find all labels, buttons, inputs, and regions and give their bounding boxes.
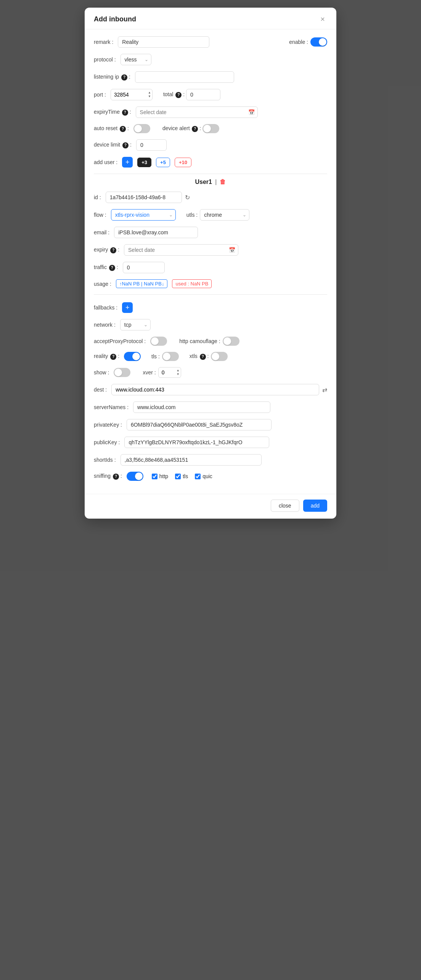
flow-select-wrap: xtls-rprx-vision none — [111, 209, 176, 221]
sniff-http-checkbox-wrap[interactable]: http — [152, 473, 168, 479]
auto-reset-toggle[interactable] — [133, 124, 150, 133]
listening-ip-input[interactable] — [135, 71, 234, 83]
traffic-row: traffic ? : — [94, 262, 327, 273]
port-up-btn[interactable]: ▲ — [147, 91, 152, 95]
sniffing-toggle[interactable] — [127, 472, 143, 481]
network-select-wrap: tcp ws grpc — [120, 319, 151, 330]
device-alert-help-icon[interactable]: ? — [192, 126, 198, 132]
user-header: User1 | 🗑 — [94, 179, 327, 185]
usage-badge-traffic: ↑NaN PB | NaN PB↓ — [116, 279, 168, 288]
show-toggle[interactable] — [114, 368, 130, 377]
sniff-tls-checkbox-wrap[interactable]: tls — [175, 473, 188, 479]
flow-utls-row: flow : xtls-rprx-vision none utls : chro… — [94, 209, 327, 221]
device-limit-help-icon[interactable]: ? — [122, 142, 129, 148]
email-label: email : — [94, 229, 109, 235]
add-user-5-button[interactable]: +5 — [156, 158, 170, 167]
expiry-time-help-icon[interactable]: ? — [122, 110, 128, 116]
delete-user-icon[interactable]: 🗑 — [220, 179, 226, 185]
xtls-help-icon[interactable]: ? — [200, 354, 206, 360]
id-input-row: ↻ — [106, 192, 190, 203]
short-ids-input[interactable] — [121, 454, 262, 466]
add-user-10-button[interactable]: +10 — [175, 158, 191, 167]
accept-proxy-toggle[interactable] — [150, 337, 167, 346]
expiry-time-row: expiryTime ? : 📅 — [94, 106, 327, 118]
port-spinner[interactable]: ▲ ▼ — [147, 91, 152, 98]
remark-label: remark : — [94, 39, 113, 45]
add-button[interactable]: add — [303, 500, 327, 512]
port-input-wrap: ▲ ▼ — [111, 89, 153, 100]
server-names-input[interactable] — [133, 401, 270, 413]
fallbacks-add-button[interactable]: + — [122, 302, 133, 313]
http-camouflage-toggle[interactable] — [223, 337, 239, 346]
public-key-input[interactable] — [124, 437, 269, 448]
xtls-toggle[interactable] — [211, 352, 228, 361]
show-label: show : — [94, 369, 109, 376]
id-input[interactable] — [106, 192, 182, 203]
close-icon-button[interactable]: × — [318, 15, 327, 24]
auto-reset-label: auto reset ? : — [94, 125, 129, 132]
sniff-http-checkbox[interactable] — [152, 474, 157, 479]
email-input[interactable] — [114, 227, 198, 238]
traffic-input[interactable] — [123, 262, 165, 273]
http-camouflage-label: http camouflage : — [179, 338, 220, 344]
add-user-3-button[interactable]: +3 — [137, 158, 151, 167]
sniff-tls-checkbox[interactable] — [175, 474, 181, 479]
user-expiry-help-icon[interactable]: ? — [110, 247, 116, 253]
flow-select[interactable]: xtls-rprx-vision none — [111, 209, 176, 221]
xver-label: xver : — [143, 369, 156, 376]
user-expiry-input[interactable] — [124, 244, 238, 256]
device-limit-input[interactable] — [136, 139, 167, 151]
sniff-quic-checkbox-wrap[interactable]: quic — [195, 473, 212, 479]
fallbacks-row: fallbacks : + — [94, 302, 327, 313]
dest-row: dest : ⇄ — [94, 384, 327, 395]
public-key-row: publicKey : — [94, 437, 327, 448]
protocol-select[interactable]: vless vmess trojan — [121, 54, 151, 65]
port-down-btn[interactable]: ▼ — [147, 95, 152, 98]
expiry-time-input-wrap: 📅 — [136, 106, 258, 118]
auto-reset-help-icon[interactable]: ? — [120, 126, 126, 132]
remark-input[interactable] — [118, 36, 209, 48]
tls-label: tls : — [151, 353, 160, 359]
usage-row: usage : ↑NaN PB | NaN PB↓ used : NaN PB — [94, 279, 327, 288]
reality-toggle[interactable] — [124, 352, 141, 361]
sniff-quic-checkbox[interactable] — [195, 474, 201, 479]
traffic-help-icon[interactable]: ? — [109, 265, 115, 271]
refresh-id-icon[interactable]: ↻ — [185, 194, 190, 201]
sniffing-help-icon[interactable]: ? — [113, 474, 119, 480]
modal-header: Add inbound × — [85, 8, 336, 29]
enable-toggle[interactable] — [310, 37, 327, 47]
xver-down-btn[interactable]: ▼ — [176, 372, 180, 376]
usage-badge-used: used : NaN PB — [172, 279, 212, 288]
swap-icon[interactable]: ⇄ — [322, 386, 327, 393]
port-input[interactable] — [111, 89, 153, 100]
listening-ip-help-icon[interactable]: ? — [121, 74, 127, 81]
total-help-icon[interactable]: ? — [175, 92, 182, 98]
total-input[interactable] — [186, 89, 220, 100]
device-alert-toggle[interactable] — [202, 124, 219, 133]
section-divider-2 — [94, 294, 327, 295]
xver-spinner[interactable]: ▲ ▼ — [176, 369, 180, 376]
utls-select[interactable]: chrome firefox safari — [200, 209, 249, 221]
modal-title: Add inbound — [94, 15, 136, 23]
id-row: id : ↻ — [94, 192, 327, 203]
sniff-tls-label: tls — [183, 473, 188, 479]
network-select[interactable]: tcp ws grpc — [120, 319, 151, 330]
reality-help-icon[interactable]: ? — [110, 354, 116, 360]
device-limit-label: device limit ? : — [94, 142, 132, 148]
private-key-input[interactable] — [127, 419, 272, 430]
listening-ip-label: listening ip ? : — [94, 74, 130, 81]
xver-up-btn[interactable]: ▲ — [176, 369, 180, 372]
reality-tls-xtls-row: reality ? : tls : xtls — [94, 352, 327, 361]
add-user-plus-button[interactable]: + — [122, 157, 133, 168]
id-label: id : — [94, 194, 101, 200]
network-row: network : tcp ws grpc — [94, 319, 327, 330]
network-label: network : — [94, 322, 116, 328]
expiry-time-input[interactable] — [136, 106, 258, 118]
xtls-label: xtls ? : — [190, 353, 209, 360]
short-ids-label: shortIds : — [94, 457, 116, 463]
close-button[interactable]: close — [271, 500, 299, 512]
tls-toggle[interactable] — [162, 352, 179, 361]
protocol-row: protocol : vless vmess trojan — [94, 54, 327, 65]
server-names-row: serverNames : — [94, 401, 327, 413]
dest-input[interactable] — [111, 384, 319, 395]
